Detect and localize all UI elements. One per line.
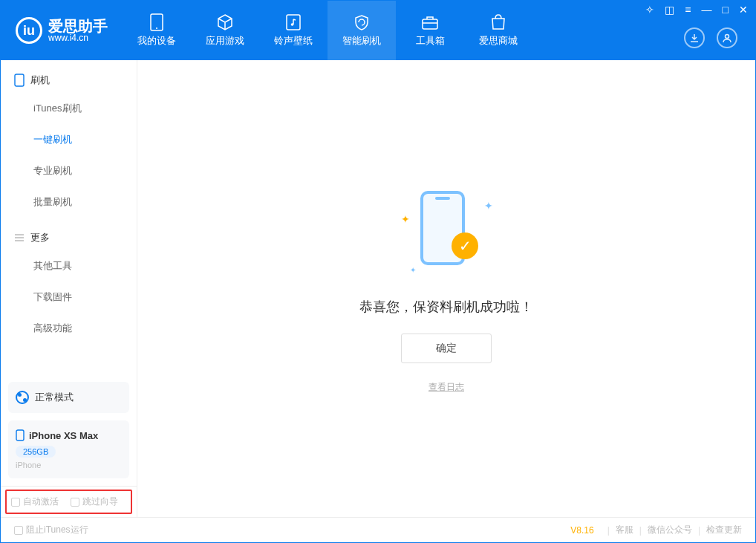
- nav-label: 智能刷机: [342, 34, 381, 48]
- nav-smart-flash[interactable]: 智能刷机: [328, 1, 396, 60]
- device-capacity: 256GB: [16, 446, 56, 458]
- sidebar-item-batch-flash[interactable]: 批量刷机: [1, 186, 137, 218]
- nav-label: 我的设备: [137, 34, 176, 48]
- nav-store[interactable]: 爱思商城: [464, 1, 532, 60]
- checkbox-block-itunes[interactable]: 阻止iTunes运行: [14, 524, 88, 536]
- settings-icon[interactable]: ◫: [665, 4, 674, 16]
- version-label: V8.16: [570, 525, 593, 536]
- svg-point-5: [726, 35, 729, 39]
- group-label: 更多: [30, 231, 50, 244]
- confirm-button[interactable]: 确定: [401, 334, 492, 363]
- nav-my-device[interactable]: 我的设备: [123, 1, 191, 60]
- view-log-link[interactable]: 查看日志: [428, 381, 464, 394]
- check-update-link[interactable]: 检查更新: [706, 524, 742, 536]
- success-message: 恭喜您，保资料刷机成功啦！: [359, 298, 533, 316]
- device-name: iPhone XS Max: [29, 430, 98, 441]
- checkbox-label: 跳过向导: [82, 495, 118, 508]
- mode-icon: [16, 391, 29, 404]
- main-nav: 我的设备 应用游戏 铃声壁纸 智能刷机 工具箱 爱思商城: [123, 1, 532, 60]
- header-actions: [684, 27, 737, 48]
- toolbox-icon: [421, 13, 439, 31]
- logo-icon: iu: [16, 17, 42, 44]
- checkbox-auto-activate[interactable]: 自动激活: [11, 495, 59, 508]
- refresh-shield-icon: [353, 13, 371, 31]
- main-content: ✓ ✦ ✦ ✦ 恭喜您，保资料刷机成功啦！ 确定 查看日志: [137, 60, 755, 517]
- brand-name: 爱思助手: [48, 19, 108, 33]
- status-bar: 阻止iTunes运行 V8.16 | 客服 | 微信公众号 | 检查更新: [1, 517, 755, 542]
- device-card[interactable]: iPhone XS Max 256GB iPhone: [8, 420, 129, 478]
- sidebar-item-oneclick-flash[interactable]: 一键刷机: [1, 124, 137, 155]
- checkbox-icon: [11, 498, 20, 507]
- download-button[interactable]: [684, 27, 705, 48]
- nav-label: 铃声壁纸: [274, 34, 313, 48]
- feedback-icon[interactable]: ✧: [645, 4, 654, 16]
- nav-label: 工具箱: [416, 34, 445, 48]
- group-label: 刷机: [30, 74, 50, 87]
- svg-point-1: [156, 27, 157, 29]
- svg-rect-6: [15, 74, 24, 86]
- checkbox-icon: [71, 498, 79, 507]
- bottom-options: 自动激活 跳过向导: [1, 486, 137, 517]
- nav-ringtone-wallpaper[interactable]: 铃声壁纸: [259, 1, 328, 60]
- close-button[interactable]: ✕: [739, 4, 748, 16]
- device-type: iPhone: [16, 461, 122, 469]
- checkbox-label: 阻止iTunes运行: [26, 524, 88, 536]
- device-small-icon: [16, 429, 25, 441]
- minimize-button[interactable]: —: [702, 4, 712, 16]
- sidebar-group-more: 更多: [1, 218, 137, 250]
- support-link[interactable]: 客服: [616, 524, 633, 536]
- checkbox-label: 自动激活: [23, 495, 59, 508]
- sidebar-item-other-tools[interactable]: 其他工具: [1, 250, 137, 282]
- check-badge-icon: ✓: [452, 233, 478, 259]
- svg-rect-7: [16, 430, 24, 440]
- menu-icon[interactable]: ≡: [685, 4, 691, 16]
- svg-point-3: [291, 23, 294, 26]
- app-logo: iu 爱思助手 www.i4.cn: [1, 17, 123, 44]
- nav-label: 应用游戏: [206, 34, 244, 48]
- nav-apps-games[interactable]: 应用游戏: [191, 1, 259, 60]
- phone-icon: [14, 74, 25, 87]
- checkbox-icon: [14, 526, 23, 535]
- brand-url: www.i4.cn: [48, 33, 108, 42]
- wechat-link[interactable]: 微信公众号: [648, 524, 692, 536]
- sidebar-item-advanced[interactable]: 高级功能: [1, 313, 137, 344]
- shopping-bag-icon: [489, 13, 507, 31]
- svg-rect-4: [423, 19, 437, 29]
- window-controls: ✧ ◫ ≡ — □ ✕: [645, 4, 748, 16]
- list-icon: [14, 233, 25, 243]
- checkbox-skip-guide[interactable]: 跳过向导: [71, 495, 118, 508]
- device-mode-label: 正常模式: [35, 391, 74, 404]
- account-button[interactable]: [717, 27, 737, 48]
- device-mode-card[interactable]: 正常模式: [8, 382, 129, 413]
- nav-label: 爱思商城: [479, 34, 518, 48]
- sidebar-item-download-firmware[interactable]: 下载固件: [1, 282, 137, 313]
- success-illustration: ✓ ✦ ✦ ✦: [398, 183, 495, 280]
- nav-toolbox[interactable]: 工具箱: [396, 1, 464, 60]
- maximize-button[interactable]: □: [723, 4, 729, 16]
- music-file-icon: [284, 13, 302, 31]
- cube-icon: [216, 13, 234, 31]
- app-header: iu 爱思助手 www.i4.cn 我的设备 应用游戏 铃声壁纸 智能刷机 工具…: [1, 1, 755, 60]
- sidebar: 刷机 iTunes刷机 一键刷机 专业刷机 批量刷机 更多 其他工具 下载固件 …: [1, 60, 137, 517]
- sidebar-item-itunes-flash[interactable]: iTunes刷机: [1, 93, 137, 124]
- sidebar-group-flash: 刷机: [1, 60, 137, 93]
- device-icon: [148, 13, 166, 31]
- sidebar-item-pro-flash[interactable]: 专业刷机: [1, 155, 137, 186]
